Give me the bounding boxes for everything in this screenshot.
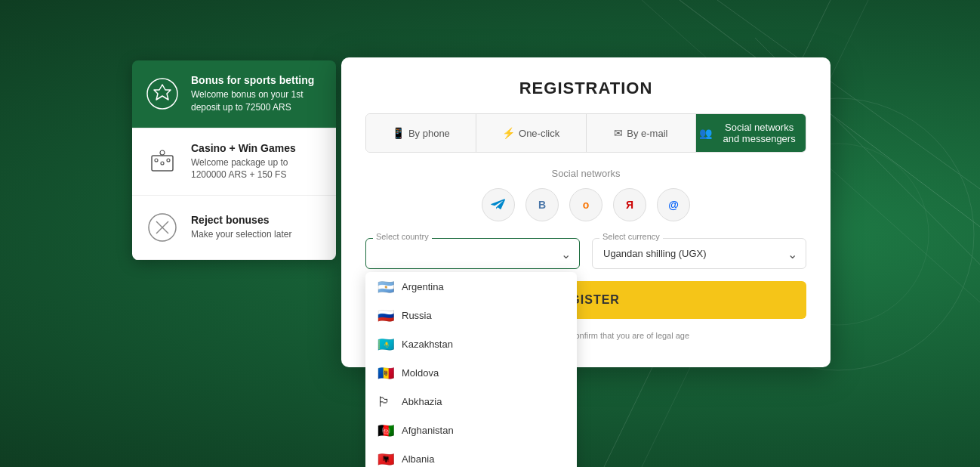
- tab-email-label: By e-mail: [627, 128, 667, 139]
- telegram-button[interactable]: [482, 188, 515, 221]
- casino-icon: [144, 144, 180, 180]
- vk-button[interactable]: В: [525, 188, 559, 221]
- email-icon: ✉: [614, 127, 623, 139]
- odnoklassniki-button[interactable]: о: [569, 188, 602, 221]
- sidebar-item-casino-content: Casino + Win Games Welcome package up to…: [191, 142, 324, 182]
- phone-icon: 📱: [392, 127, 405, 139]
- sidebar-item-reject-desc: Make your selection later: [191, 228, 291, 241]
- flag-argentina: 🇦🇷: [378, 280, 394, 292]
- country-name-argentina: Argentina: [402, 281, 444, 292]
- country-name-russia: Russia: [402, 310, 432, 321]
- sidebar-item-casino-desc: Welcome package up to 1200000 ARS + 150 …: [191, 156, 324, 182]
- country-field: Select country Argentina Russia Kazakhst…: [365, 238, 580, 269]
- dropdown-item-abkhazia[interactable]: 🏳 Abkhazia: [365, 387, 577, 416]
- sidebar-item-reject-content: Reject bonuses Make your selection later: [191, 214, 291, 241]
- sidebar-item-sports-desc: Welcome bonus on your 1st deposit up to …: [191, 88, 324, 114]
- country-dropdown-scroll[interactable]: 🇦🇷 Argentina 🇷🇺 Russia 🇰🇿 Kazakhstan 🇲🇩 …: [365, 272, 577, 467]
- flag-afghanistan: 🇦🇫: [378, 424, 394, 436]
- country-label: Select country: [373, 232, 432, 241]
- sidebar-item-sports-bonus[interactable]: Bonus for sports betting Welcome bonus o…: [132, 60, 336, 128]
- social-networks-label: Social networks: [365, 168, 806, 179]
- sidebar-item-sports-title: Bonus for sports betting: [191, 74, 324, 86]
- registration-modal: REGISTRATION 📱 By phone ⚡ One-click ✉ By…: [341, 57, 831, 367]
- modal-title: REGISTRATION: [365, 79, 806, 98]
- sidebar-item-reject[interactable]: Reject bonuses Make your selection later: [132, 196, 336, 260]
- reject-icon: [144, 209, 180, 246]
- dropdown-item-argentina[interactable]: 🇦🇷 Argentina: [365, 272, 577, 301]
- flag-albania: 🇦🇱: [378, 453, 394, 465]
- form-row-selects: Select country Argentina Russia Kazakhst…: [365, 238, 806, 269]
- currency-select[interactable]: Ugandan shilling (UGX): [592, 238, 806, 269]
- tab-phone-label: By phone: [408, 128, 450, 139]
- people-icon: 👥: [699, 127, 712, 139]
- svg-marker-9: [154, 85, 171, 100]
- tab-oneclick[interactable]: ⚡ One-click: [476, 114, 587, 152]
- dropdown-item-albania[interactable]: 🇦🇱 Albania: [365, 444, 577, 467]
- flag-moldova: 🇲🇩: [378, 366, 394, 379]
- dropdown-item-kazakhstan[interactable]: 🇰🇿 Kazakhstan: [365, 329, 577, 358]
- svg-rect-10: [152, 156, 173, 171]
- sidebar-item-sports-content: Bonus for sports betting Welcome bonus o…: [191, 74, 324, 114]
- lightning-icon: ⚡: [502, 127, 515, 139]
- country-name-moldova: Moldova: [402, 367, 439, 379]
- dropdown-item-russia[interactable]: 🇷🇺 Russia: [365, 301, 577, 329]
- currency-field: Select currency Ugandan shilling (UGX) ⌄: [592, 238, 806, 269]
- tab-email[interactable]: ✉ By e-mail: [587, 114, 697, 152]
- flag-abkhazia: 🏳: [378, 395, 394, 407]
- country-name-kazakhstan: Kazakhstan: [402, 339, 453, 350]
- flag-kazakhstan: 🇰🇿: [378, 338, 394, 350]
- svg-point-11: [155, 159, 158, 162]
- country-dropdown: 🇦🇷 Argentina 🇷🇺 Russia 🇰🇿 Kazakhstan 🇲🇩 …: [365, 272, 577, 467]
- mailru-button[interactable]: @: [657, 188, 690, 221]
- tab-social[interactable]: 👥 Social networks and messengers: [696, 114, 806, 152]
- sidebar-item-reject-title: Reject bonuses: [191, 214, 291, 226]
- svg-point-12: [161, 162, 164, 165]
- social-icons-row: В о Я @: [365, 188, 806, 221]
- svg-point-8: [147, 79, 177, 109]
- currency-label: Select currency: [599, 232, 663, 241]
- svg-point-13: [167, 159, 170, 162]
- country-name-afghanistan: Afghanistan: [402, 425, 454, 436]
- sidebar: Bonus for sports betting Welcome bonus o…: [132, 60, 336, 260]
- svg-point-14: [160, 150, 165, 155]
- tab-oneclick-label: One-click: [519, 128, 559, 139]
- country-name-abkhazia: Abkhazia: [402, 396, 442, 407]
- country-name-albania: Albania: [402, 453, 434, 465]
- registration-tabs: 📱 By phone ⚡ One-click ✉ By e-mail 👥 Soc…: [365, 113, 806, 153]
- yandex-button[interactable]: Я: [613, 188, 646, 221]
- sidebar-item-casino-title: Casino + Win Games: [191, 142, 324, 154]
- tab-phone[interactable]: 📱 By phone: [366, 114, 476, 152]
- dropdown-item-moldova[interactable]: 🇲🇩 Moldova: [365, 358, 577, 387]
- dropdown-item-afghanistan[interactable]: 🇦🇫 Afghanistan: [365, 416, 577, 444]
- flag-russia: 🇷🇺: [378, 309, 394, 321]
- country-select[interactable]: Argentina Russia Kazakhstan: [365, 238, 580, 269]
- tab-social-label: Social networks and messengers: [716, 122, 803, 144]
- soccer-icon: [144, 76, 180, 112]
- sidebar-item-casino[interactable]: Casino + Win Games Welcome package up to…: [132, 128, 336, 196]
